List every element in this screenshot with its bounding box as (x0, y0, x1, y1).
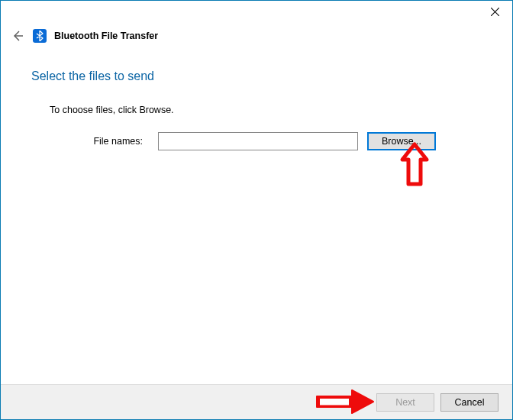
close-icon (491, 8, 499, 16)
next-button: Next (376, 393, 434, 412)
back-button[interactable] (10, 28, 25, 44)
content-area: Select the files to send To choose files… (1, 44, 512, 384)
file-names-input[interactable] (158, 132, 358, 150)
instruction-text: To choose files, click Browse. (50, 105, 482, 115)
cancel-button[interactable]: Cancel (440, 393, 498, 412)
footer-bar: Next Cancel (1, 384, 512, 419)
file-row: File names: Browse... (50, 132, 482, 150)
titlebar (1, 1, 512, 24)
page-heading: Select the files to send (31, 69, 482, 83)
close-button[interactable] (477, 1, 512, 22)
back-arrow-icon (11, 30, 24, 42)
file-names-label: File names: (50, 136, 149, 147)
svg-rect-3 (320, 399, 349, 405)
bluetooth-icon (33, 29, 47, 43)
app-title: Bluetooth File Transfer (54, 31, 158, 41)
annotation-arrow-right (314, 388, 376, 415)
wizard-window: Bluetooth File Transfer Select the files… (0, 0, 513, 420)
header-row: Bluetooth File Transfer (1, 24, 512, 44)
browse-button[interactable]: Browse... (367, 132, 436, 150)
